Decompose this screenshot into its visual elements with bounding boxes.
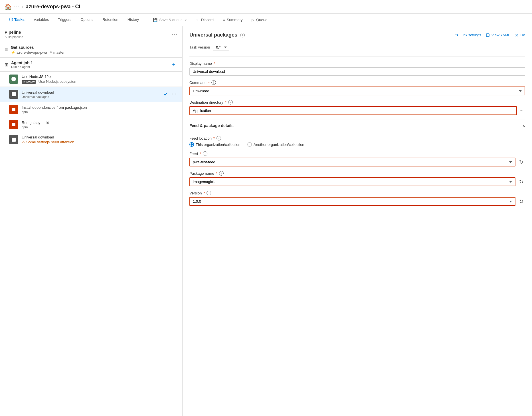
agent-job-title: Agent job 1 bbox=[11, 61, 33, 65]
pipeline-more-button[interactable]: ··· bbox=[172, 31, 178, 37]
remove-button[interactable]: Re bbox=[515, 33, 525, 37]
tab-tasks[interactable]: ⓘ Tasks bbox=[5, 14, 29, 26]
task-version-row: Task version 0.* bbox=[189, 44, 525, 51]
header-chevron: › bbox=[22, 5, 23, 9]
pkg-select[interactable]: imagemagick bbox=[189, 177, 515, 186]
pkg-info-icon[interactable]: i bbox=[219, 171, 224, 176]
app-header: 🏠 ··· › azure-devops-pwa - CI bbox=[0, 0, 532, 14]
dest-dir-more-button[interactable]: ··· bbox=[518, 107, 525, 114]
preview-badge: PREVIEW bbox=[22, 80, 36, 84]
feed-refresh-button[interactable]: ↻ bbox=[517, 158, 525, 166]
remove-icon bbox=[515, 33, 519, 37]
pipeline-header: Pipeline Build pipeline ··· bbox=[0, 26, 182, 42]
task-version-label: Task version bbox=[189, 45, 210, 49]
display-name-input[interactable] bbox=[189, 67, 525, 76]
version-info-icon[interactable]: i bbox=[207, 191, 211, 195]
right-title: Universal packages bbox=[189, 32, 237, 38]
universal-packages-info-icon[interactable]: i bbox=[240, 33, 245, 37]
branch-icon: ⑂ bbox=[50, 50, 52, 55]
radio-this-org[interactable]: This organization/collection bbox=[189, 142, 240, 147]
warning-icon: ⚠ bbox=[22, 140, 25, 144]
app-icon: 🏠 bbox=[5, 3, 12, 10]
nodejs-icon bbox=[9, 75, 18, 84]
command-select[interactable]: Download bbox=[189, 87, 525, 95]
feed-select[interactable]: pwa-test-feed bbox=[189, 158, 515, 166]
summary-button[interactable]: ≡ Summary bbox=[221, 17, 245, 23]
pkg-required: * bbox=[216, 171, 217, 176]
view-yaml-button[interactable]: View YAML bbox=[486, 33, 510, 37]
task-item-universal-download-2[interactable]: Universal download ⚠ Some settings need … bbox=[0, 132, 182, 147]
version-section: Version * i 1.0.0 ↻ bbox=[189, 191, 525, 206]
pkg-refresh-button[interactable]: ↻ bbox=[517, 178, 525, 186]
more-button[interactable]: ··· bbox=[274, 17, 282, 23]
link-settings-button[interactable]: Link settings bbox=[455, 33, 481, 37]
tab-history[interactable]: History bbox=[123, 14, 143, 26]
feed-info-icon[interactable]: i bbox=[203, 151, 207, 156]
task-item-gatsby[interactable]: Run gatsby build npm bbox=[0, 117, 182, 132]
task-item-nodejs[interactable]: Use Node.JS 12.x PREVIEW Use Node.js eco… bbox=[0, 72, 182, 87]
version-label: Version * i bbox=[189, 191, 525, 195]
discard-button[interactable]: ↩ Discard bbox=[194, 17, 216, 23]
add-task-button[interactable]: + bbox=[170, 61, 178, 69]
universal-download-2-icon bbox=[9, 135, 18, 144]
gatsby-subtitle: npm bbox=[22, 125, 178, 129]
branch-name: master bbox=[53, 50, 65, 55]
agent-job-subtitle: Run on agent bbox=[11, 65, 33, 69]
radio-another-org-circle bbox=[247, 142, 252, 147]
install-deps-info: Install dependencies from package.json n… bbox=[22, 105, 178, 114]
universal-download-info: Universal download Universal packages bbox=[22, 90, 164, 99]
task-version-select[interactable]: 0.* bbox=[213, 44, 229, 51]
feed-section-chevron-icon[interactable]: ∧ bbox=[523, 124, 525, 128]
main-layout: Pipeline Build pipeline ··· ≡ Get source… bbox=[0, 26, 532, 416]
repo-item: ⚡ azure-devops-pwa bbox=[11, 50, 47, 55]
tab-actions: 💾 Save & queue ∨ ↩ Discard ≡ Summary ▷ Q… bbox=[151, 17, 282, 23]
nodejs-title: Use Node.JS 12.x bbox=[22, 75, 178, 79]
tab-options[interactable]: Options bbox=[76, 14, 98, 26]
radio-this-org-circle bbox=[189, 142, 194, 147]
radio-another-org-label: Another organization/collection bbox=[254, 142, 304, 147]
svg-rect-2 bbox=[12, 108, 15, 111]
tab-triggers[interactable]: Triggers bbox=[53, 14, 76, 26]
queue-button[interactable]: ▷ Queue bbox=[249, 17, 270, 23]
dest-dir-input[interactable] bbox=[189, 106, 517, 115]
sources-icon: ≡ bbox=[5, 47, 8, 53]
svg-rect-3 bbox=[12, 123, 15, 126]
tab-separator bbox=[146, 16, 146, 24]
drag-handle-icon[interactable]: ⋮⋮ bbox=[170, 92, 178, 97]
agent-job-info: Agent job 1 Run on agent bbox=[11, 61, 33, 69]
feed-location-info-icon[interactable]: i bbox=[217, 136, 221, 140]
required-star: * bbox=[214, 61, 215, 66]
task-check-icon: ✔ bbox=[164, 91, 168, 97]
universal-download-subtitle: Universal packages bbox=[22, 95, 164, 99]
tab-retention[interactable]: Retention bbox=[98, 14, 123, 26]
dest-dir-info-icon[interactable]: i bbox=[228, 100, 233, 104]
agent-job-left: ⊞ Agent job 1 Run on agent bbox=[5, 61, 33, 69]
universal-download-icon bbox=[9, 90, 18, 99]
save-queue-chevron-icon: ∨ bbox=[184, 18, 187, 22]
save-queue-button[interactable]: 💾 Save & queue ∨ bbox=[151, 17, 189, 23]
command-label: Command * i bbox=[189, 80, 525, 85]
right-header-actions: Link settings View YAML Re bbox=[455, 33, 525, 37]
radio-another-org[interactable]: Another organization/collection bbox=[247, 142, 304, 147]
dest-dir-row: ··· bbox=[189, 106, 525, 115]
display-name-label: Display name * bbox=[189, 61, 525, 66]
link-icon bbox=[455, 33, 459, 37]
svg-rect-5 bbox=[486, 34, 489, 37]
pipeline-title: Pipeline bbox=[5, 30, 23, 35]
nodejs-subtitle: PREVIEW Use Node.js ecosystem bbox=[22, 79, 178, 84]
header-dots[interactable]: ··· bbox=[14, 4, 20, 10]
repo-icon: ⚡ bbox=[11, 50, 15, 55]
header-title: azure-devops-pwa - CI bbox=[26, 4, 80, 10]
version-select[interactable]: 1.0.0 bbox=[189, 197, 515, 206]
dest-dir-label: Destination directory * i bbox=[189, 100, 525, 104]
discard-icon: ↩ bbox=[196, 18, 199, 22]
version-refresh-button[interactable]: ↻ bbox=[517, 198, 525, 206]
tab-variables[interactable]: Variables bbox=[29, 14, 53, 26]
right-header-left: Universal packages i bbox=[189, 32, 245, 38]
gatsby-title: Run gatsby build bbox=[22, 120, 178, 125]
universal-download-title: Universal download bbox=[22, 90, 164, 95]
task-item-universal-download[interactable]: Universal download Universal packages ✔ … bbox=[0, 87, 182, 102]
svg-point-0 bbox=[11, 77, 16, 81]
command-info-icon[interactable]: i bbox=[211, 80, 216, 85]
task-item-install-deps[interactable]: Install dependencies from package.json n… bbox=[0, 102, 182, 117]
